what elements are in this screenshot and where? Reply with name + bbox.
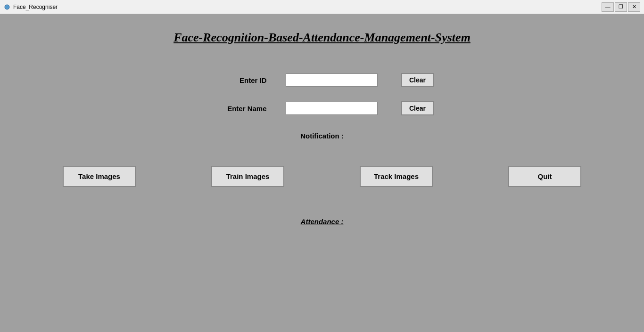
attendance-label: Attendance :: [301, 218, 344, 226]
title-bar-controls: — ❐ ✕: [602, 2, 640, 12]
svg-point-0: [5, 5, 9, 9]
clear-name-button[interactable]: Clear: [401, 101, 434, 115]
enter-id-label: Enter ID: [210, 76, 267, 84]
app-icon: [4, 4, 10, 10]
take-images-button[interactable]: Take Images: [63, 166, 136, 187]
maximize-button[interactable]: ❐: [615, 2, 627, 12]
clear-id-button[interactable]: Clear: [401, 73, 434, 87]
title-bar-app-name: Face_Recogniser: [13, 4, 58, 10]
minimize-button[interactable]: —: [602, 2, 614, 12]
enter-name-row: Enter Name Clear: [181, 101, 463, 115]
title-bar: Face_Recogniser — ❐ ✕: [0, 0, 644, 14]
buttons-row: Take Images Train Images Track Images Qu…: [63, 166, 581, 187]
enter-id-row: Enter ID Clear: [181, 73, 463, 87]
enter-name-label: Enter Name: [210, 105, 267, 113]
close-button[interactable]: ✕: [628, 2, 640, 12]
form-area: Enter ID Clear Enter Name Clear Notifica…: [0, 73, 644, 140]
app-title: Face-Recognition-Based-Attendance-Manage…: [173, 31, 471, 45]
attendance-row: Attendance :: [181, 218, 463, 226]
notification-row: Notification :: [181, 132, 463, 140]
quit-button[interactable]: Quit: [508, 166, 581, 187]
enter-name-input[interactable]: [286, 102, 378, 115]
enter-id-input[interactable]: [286, 73, 378, 87]
main-content: Face-Recognition-Based-Attendance-Manage…: [0, 14, 644, 332]
title-bar-left: Face_Recogniser: [4, 4, 58, 10]
train-images-button[interactable]: Train Images: [211, 166, 284, 187]
track-images-button[interactable]: Track Images: [360, 166, 433, 187]
notification-label: Notification :: [300, 132, 344, 140]
